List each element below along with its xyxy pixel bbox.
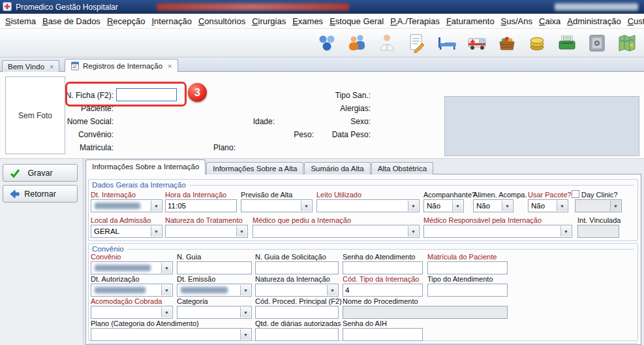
menu-item-recepcao[interactable]: Recepção [104,16,149,26]
n-guia-input[interactable] [177,261,252,274]
acomodacao-cobrada-combo[interactable]: ▼ [91,306,173,319]
n-guia-solicitacao-input[interactable] [255,261,339,274]
dt-internacao-combo[interactable]: ▼ [91,199,162,212]
chevron-down-icon[interactable]: ▼ [240,307,251,318]
tab-alta-obstetrica[interactable]: Alta Obstétrica [371,162,433,174]
medico-pediu-combo[interactable]: ▼ [253,225,420,238]
menu-item-sus-ans[interactable]: Sus/Ans [498,16,536,26]
chevron-down-icon[interactable]: ▼ [452,201,463,211]
tipo-atendimento-label: Tipo do Atendimento [427,275,493,283]
chevron-down-icon[interactable]: ▼ [560,226,571,237]
map-icon[interactable] [615,31,639,55]
close-icon[interactable]: × [168,62,172,70]
convenio-group: Convênio Convênio N. Guia N. Guia de Sol… [88,243,638,341]
left-panel: Gravar Retornar [0,159,84,345]
tab-informacoes-internacao[interactable]: Informações Sobre a Internação [85,159,206,174]
natureza-internacao-combo[interactable]: ▼ [255,284,339,297]
chevron-down-icon[interactable]: ▼ [240,285,251,295]
leito-utilizado-label: Leito Utilizado [316,191,361,199]
senha-aih-label: Senha do AIH [343,320,387,327]
menu-item-exames[interactable]: Exames [289,16,326,26]
tab-registros-internacao[interactable]: Registros de Internação × [65,59,178,72]
chevron-down-icon[interactable]: ▼ [610,201,621,211]
money-icon[interactable] [555,31,579,55]
redacted-value [95,203,140,209]
cod-tipo-internacao-input[interactable] [343,284,423,297]
doctor-icon[interactable] [375,31,399,55]
alimen-acompa-combo[interactable]: Não ▼ [473,199,514,212]
chevron-down-icon[interactable]: ▼ [301,201,311,211]
previsao-alta-combo[interactable]: ▼ [241,199,313,212]
hospital-bed-icon[interactable] [435,31,459,55]
nome-procedimento-input[interactable] [343,306,508,319]
medico-responsavel-combo[interactable]: ▼ [423,225,572,238]
menu-item-administracao[interactable]: Administração [564,16,624,26]
menu-item-cirurgias[interactable]: Cirurgias [249,16,289,26]
plano-categoria-combo[interactable]: ▼ [91,328,252,341]
exam-form-icon[interactable] [405,31,429,55]
senha-atendimento-label: Senha do Atendimento [343,253,415,261]
users-group-icon[interactable] [315,31,339,55]
categoria-combo[interactable]: ▼ [177,306,252,319]
supplies-icon[interactable] [495,31,519,55]
menu-item-caixa[interactable]: Caixa [536,16,564,26]
reception-icon[interactable] [345,31,369,55]
ambulance-icon[interactable] [465,31,489,55]
chevron-down-icon[interactable]: ▼ [502,201,512,211]
chevron-down-icon[interactable]: ▼ [408,201,418,211]
photo-placeholder-label: Sem Foto [18,111,52,120]
acompanhante-combo[interactable]: Não ▼ [423,199,464,212]
dt-autorizacao-label: Dt. Autorização [91,275,140,283]
medico-pediu-label: Médico que pediu a Internação [253,216,351,224]
menu-item-faturamento[interactable]: Faturamento [443,16,498,26]
tab-informacoes-alta[interactable]: Informações Sobre a Alta [206,162,303,174]
menu-item-estoque-geral[interactable]: Estoque Geral [326,16,387,26]
gold-icon[interactable] [525,31,549,55]
day-clinic-combo[interactable]: ▼ [575,199,622,212]
chevron-down-icon[interactable]: ▼ [151,201,161,211]
chevron-down-icon[interactable]: ▼ [151,226,161,237]
retornar-button[interactable]: Retornar [3,185,78,203]
hora-internacao-input[interactable] [165,199,237,212]
dt-autorizacao-combo[interactable]: ▼ [91,284,173,297]
cod-proced-principal-label: Cód. Proced. Principal (F2) [255,297,342,305]
usar-pacote-combo[interactable]: Não ▼ [528,199,568,212]
dt-emissao-combo[interactable]: ▼ [177,284,252,297]
chevron-down-icon[interactable]: ▼ [557,201,567,211]
tab-bem-vindo[interactable]: Bem Vindo × [2,60,59,72]
tipo-atendimento-input[interactable] [427,284,508,297]
menu-item-pa-terapias[interactable]: P.A./Terapias [387,16,443,26]
chevron-down-icon[interactable]: ▼ [161,263,172,273]
chevron-down-icon[interactable]: ▼ [236,226,247,237]
day-clinic-checkbox[interactable] [572,190,579,198]
hora-internacao-label: Hora da Internação [165,191,226,199]
senha-atendimento-input[interactable] [343,261,423,274]
leito-utilizado-combo[interactable]: ▼ [316,199,420,212]
qtd-diarias-input[interactable] [255,328,339,341]
menu-item-internacao[interactable]: Internação [148,16,194,26]
senha-aih-input[interactable] [343,328,423,341]
close-icon[interactable]: × [50,63,54,71]
menu-item-consultorios[interactable]: Consultórios [195,16,249,26]
chevron-down-icon[interactable]: ▼ [161,285,172,295]
chevron-down-icon[interactable]: ▼ [408,226,418,237]
menu-item-base-de-dados[interactable]: Base de Dados [39,16,104,26]
matricula-paciente-label: Matrícula do Paciente [427,253,497,261]
alergias-label: Alergias: [312,104,371,113]
convenio-combo[interactable]: ▼ [91,261,173,274]
chevron-down-icon[interactable]: ▼ [327,285,337,295]
natureza-tratamento-combo[interactable]: ▼ [165,225,248,238]
gravar-button[interactable]: Gravar [3,164,78,182]
categoria-label: Categoria [177,297,208,305]
tab-sumario-alta[interactable]: Sumário da Alta [304,162,370,174]
usar-pacote-label: Usar Pacote? [528,191,572,199]
menu-item-sistema[interactable]: Sistema [2,16,39,26]
local-admissao-combo[interactable]: GERAL ▼ [91,225,162,238]
int-vinculada-input[interactable] [577,225,619,238]
chevron-down-icon[interactable]: ▼ [161,307,172,318]
menu-item-custo[interactable]: Custo [624,16,644,26]
safe-icon[interactable] [585,31,609,55]
cod-proced-principal-input[interactable] [255,306,339,319]
matricula-paciente-input[interactable] [427,261,508,274]
chevron-down-icon[interactable]: ▼ [240,329,251,340]
